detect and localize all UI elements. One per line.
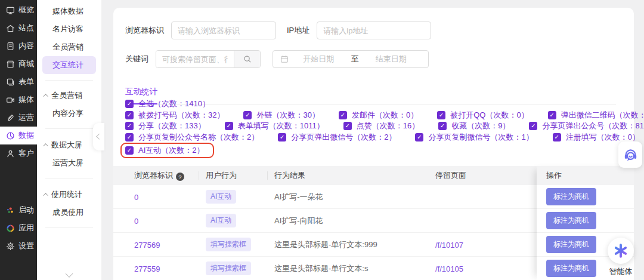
sidebar-item-mall[interactable]: 商城 (0, 55, 37, 73)
table-row: 0 AI互动 AI扩写-向阳花 (113, 209, 537, 233)
checkbox-item[interactable]: ✓分享页复制微信号（次数：1） (415, 132, 533, 143)
operations-icon (6, 113, 15, 122)
checkbox-item[interactable]: ✓弹出微信二维码（次数：81） (548, 110, 644, 121)
checkbox-item[interactable]: ✓被打开QQ（次数：0） (437, 110, 528, 121)
sidebar-item-launch[interactable]: 启动 (0, 201, 37, 219)
subnav-operations-screen[interactable]: 运营大屏 (37, 154, 101, 172)
sidebar-scroll-down[interactable] (67, 271, 72, 276)
subnav-all-marketing[interactable]: 全员营销 (37, 38, 101, 56)
headset-icon (623, 147, 639, 163)
col-header-operation: 操作 (537, 166, 634, 185)
table-row: 277569 填写搜索框 这里是头部标题-单行文本:999 /f/10107 (113, 233, 537, 257)
checkbox-item[interactable]: ✓外链（次数：30） (243, 110, 319, 121)
checkbox-item[interactable]: ✓注册填写（次数：0） (553, 132, 640, 143)
browser-id-link[interactable]: 0 (134, 217, 138, 226)
ai-agent-widget[interactable] (608, 238, 634, 264)
checkbox-select-all[interactable]: ✓全选（次数：1410） (125, 99, 210, 109)
subnav-interaction-stats[interactable]: 交互统计 (42, 56, 96, 74)
media-icon (6, 96, 15, 104)
keyword-label: 关键词 (125, 54, 148, 64)
date-range-picker[interactable]: 开始日期 至 结束日期 (273, 50, 429, 68)
browser-id-input[interactable] (171, 21, 276, 39)
help-icon[interactable]: ? (176, 173, 184, 181)
col-header-behavior: 用户行为 (206, 170, 274, 181)
checkbox-item[interactable]: ✓分享（次数：133） (125, 121, 206, 131)
table-scroll-area: 浏览器标识? 用户行为 行为结果 停留页面 0 AI互动 AI扩写-一朵花 0 … (113, 166, 537, 280)
form-icon (6, 78, 15, 87)
sidebar-collapse-handle[interactable] (93, 123, 104, 150)
sidebar-item-apps[interactable]: 应用 (0, 219, 37, 237)
behavior-badge: AI互动 (206, 190, 236, 204)
mark-as-lead-button[interactable]: 标注为商机 (546, 188, 596, 205)
section-header-usage-stats[interactable]: 使用统计 (37, 186, 101, 204)
chevron-up-icon (43, 94, 48, 99)
subnav-media-data[interactable]: 媒体数据 (37, 2, 101, 20)
browser-id-link[interactable]: 0 (134, 193, 138, 202)
checkbox-label: 外链（次数：30） (256, 110, 319, 121)
browser-id-link[interactable]: 277569 (134, 241, 160, 250)
keyword-input[interactable] (156, 51, 234, 67)
checkbox-row: ✓分享（次数：133） ✓表单填写（次数：1011） ✓点赞（次数：16） ✓收… (125, 121, 624, 131)
checkbox-item[interactable]: ✓表单填写（次数：1011） (225, 121, 324, 131)
checkbox-item[interactable]: ✓分享页弹出微信号（次数：2） (278, 132, 396, 143)
behavior-badge: AI互动 (206, 214, 236, 227)
checkbox-checked-icon: ✓ (553, 133, 561, 141)
checkbox-item[interactable]: ✓被拨打号码（次数：32） (125, 110, 224, 121)
section-header-marketing[interactable]: 全员营销 (37, 87, 101, 104)
checkbox-item[interactable]: ✓发邮件（次数：0） (339, 110, 418, 121)
divider (45, 128, 93, 129)
result-text: 这里是头部标题-单行文本:s (274, 264, 368, 273)
checkbox-checked-icon: ✓ (339, 111, 347, 119)
page-link[interactable]: /f/10107 (435, 241, 463, 250)
checkbox-checked-icon: ✓ (125, 111, 134, 119)
checkbox-item[interactable]: ✓分享页弹出公众号（次数：81） (529, 121, 644, 131)
mark-as-lead-button[interactable]: 标注为商机 (546, 212, 596, 229)
sidebar-item-data[interactable]: 数据 (0, 127, 37, 144)
sidebar-item-operations[interactable]: 运营 (0, 109, 37, 127)
checkbox-row: ✓被拨打号码（次数：32） ✓外链（次数：30） ✓发邮件（次数：0） ✓被打开… (125, 110, 624, 121)
checkbox-checked-icon: ✓ (125, 100, 134, 108)
sidebar-item-settings[interactable]: 设置 (0, 237, 37, 255)
checkbox-item[interactable]: ✓分享页复制公众号名称（次数：2） (125, 132, 259, 143)
sidebar-item-overview[interactable]: 概览 (0, 1, 37, 19)
checkbox-item[interactable]: ✓收藏（次数：9） (438, 121, 510, 131)
checkbox-ai-interaction-highlighted[interactable]: ✓AI互动（次数：2） (120, 143, 214, 158)
sidebar-item-site[interactable]: 站点 (0, 19, 37, 37)
sidebar-item-label: 应用 (18, 223, 34, 233)
sidebar-item-customer[interactable]: 客户 (0, 144, 37, 162)
section-header-data-screen[interactable]: 数据大屏 (37, 136, 101, 154)
sidebar-item-content[interactable]: 内容 (0, 37, 37, 55)
data-icon (6, 131, 15, 140)
subnav-card-visitors[interactable]: 名片访客 (37, 20, 101, 38)
checkbox-label: 分享页复制公众号名称（次数：2） (138, 132, 259, 143)
sidebar-spacer (0, 162, 37, 201)
chevron-left-icon (96, 133, 102, 139)
sidebar-item-form[interactable]: 表单 (0, 73, 37, 91)
checkbox-checked-icon: ✓ (243, 111, 252, 119)
checkbox-checked-icon: ✓ (438, 122, 447, 130)
checkbox-checked-icon: ✓ (278, 133, 286, 141)
sidebar-item-label: 运营 (18, 112, 34, 123)
sidebar-item-label: 内容 (18, 41, 34, 51)
table-row: 0 AI互动 AI扩写-一朵花 (113, 185, 537, 209)
checkbox-checked-icon: ✓ (343, 122, 352, 130)
sidebar-item-media[interactable]: 媒体 (0, 91, 37, 109)
customer-service-widget[interactable] (618, 141, 642, 168)
main-content-card: 浏览器标识 IP地址 关键词 开始日期 至 结束日期 互动统计 (113, 8, 634, 280)
checkbox-label: 注册填写（次数：0） (566, 132, 640, 143)
page-link[interactable]: /f/10105 (435, 264, 463, 273)
checkbox-item[interactable]: ✓点赞（次数：16） (343, 121, 419, 131)
search-button[interactable] (234, 51, 260, 67)
mark-as-lead-button[interactable]: 标注为商机 (546, 236, 596, 253)
primary-sidebar: 概览 站点 内容 商城 表单 媒体 运营 数据 (0, 0, 37, 280)
ip-input[interactable] (317, 21, 431, 39)
mark-as-lead-button[interactable]: 标注为商机 (546, 260, 596, 277)
chevron-down-icon (66, 270, 73, 278)
subnav-member-usage[interactable]: 成员使用 (37, 204, 101, 221)
checkbox-filter-area: ✓全选（次数：1410） ✓被拨打号码（次数：32） ✓外链（次数：30） ✓发… (125, 99, 624, 159)
checkbox-checked-icon: ✓ (125, 133, 134, 141)
subnav-content-share[interactable]: 内容分享 (37, 104, 101, 122)
browser-id-link[interactable]: 277559 (134, 264, 160, 273)
checkbox-label: 发邮件（次数：0） (352, 110, 418, 121)
checkbox-checked-icon: ✓ (548, 111, 556, 119)
